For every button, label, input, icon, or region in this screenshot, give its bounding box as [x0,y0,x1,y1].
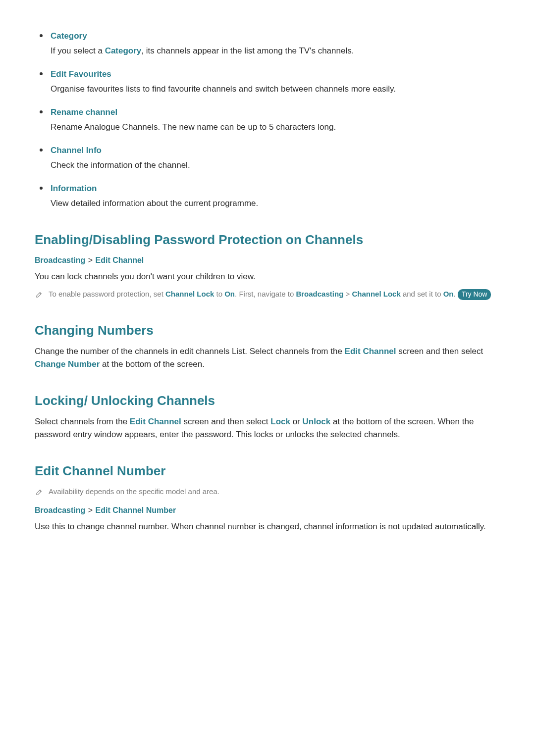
text: and set it to [401,290,443,298]
breadcrumb: Broadcasting > Edit Channel Number [35,504,500,516]
note: To enable password protection, set Chann… [35,288,500,301]
item-title-category: Category [51,30,500,43]
term-edit-channel: Edit Channel [130,417,181,426]
crumb-broadcasting[interactable]: Broadcasting [35,506,85,514]
item-title-information: Information [51,182,500,195]
list-item: Information View detailed information ab… [35,182,500,209]
heading-locking-unlocking: Locking/ Unlocking Channels [35,391,500,410]
text: screen and then select [396,347,483,356]
list-item: Channel Info Check the information of th… [35,144,500,171]
term-edit-channel: Edit Channel [345,347,396,356]
term-channel-lock: Channel Lock [165,290,214,298]
text: or [290,417,303,426]
term-lock: Lock [270,417,290,426]
section-body: Change the number of the channels in edi… [35,345,500,370]
breadcrumb: Broadcasting > Edit Channel [35,254,500,266]
term-channel-lock: Channel Lock [352,290,400,298]
text: at the bottom of the screen. [100,359,205,369]
text: to [214,290,224,298]
list-item: Rename channel Rename Analogue Channels.… [35,106,500,133]
text: . First, navigate to [235,290,296,298]
term-unlock: Unlock [303,417,331,426]
text: To enable password protection, set [49,290,165,298]
text: , its channels appear in the list among … [141,46,354,55]
breadcrumb-separator: > [88,256,93,264]
section-body: You can lock channels you don't want you… [35,270,500,283]
item-body: If you select a Category, its channels a… [51,45,500,57]
note: Availability depends on the specific mod… [35,486,500,498]
text: Select channels from the [35,417,130,426]
heading-enabling-password: Enabling/Disabling Password Protection o… [35,230,500,250]
item-body: Rename Analogue Channels. The new name c… [51,121,500,134]
heading-edit-channel-number: Edit Channel Number [35,461,500,481]
pencil-icon [36,290,43,297]
text: If you select a [51,46,105,55]
link-category: Category [105,46,142,55]
heading-changing-numbers: Changing Numbers [35,321,500,340]
item-body: Check the information of the channel. [51,159,500,172]
feature-list: Category If you select a Category, its c… [35,30,500,209]
item-title-channel-info: Channel Info [51,144,500,157]
pencil-icon [36,487,43,494]
term-on: On [443,290,454,298]
term-change-number: Change Number [35,359,100,369]
try-now-button[interactable]: Try Now [458,289,491,301]
crumb-edit-channel[interactable]: Edit Channel [96,256,144,264]
crumb-edit-channel-number[interactable]: Edit Channel Number [96,506,176,514]
text: > [343,290,352,298]
section-body: Select channels from the Edit Channel sc… [35,415,500,441]
item-title-edit-favourites: Edit Favourites [51,68,500,81]
text: Change the number of the channels in edi… [35,347,345,356]
text: screen and then select [181,417,271,426]
list-item: Edit Favourites Organise favourites list… [35,68,500,95]
note-text: Availability depends on the specific mod… [49,487,219,496]
item-body: Organise favourites lists to find favour… [51,83,500,96]
item-title-rename-channel: Rename channel [51,106,500,119]
term-on: On [224,290,235,298]
text: . [454,290,458,298]
item-body: View detailed information about the curr… [51,197,500,210]
list-item: Category If you select a Category, its c… [35,30,500,57]
section-body: Use this to change channel number. When … [35,520,500,533]
crumb-broadcasting[interactable]: Broadcasting [35,256,85,264]
breadcrumb-separator: > [88,506,93,514]
term-broadcasting: Broadcasting [296,290,343,298]
